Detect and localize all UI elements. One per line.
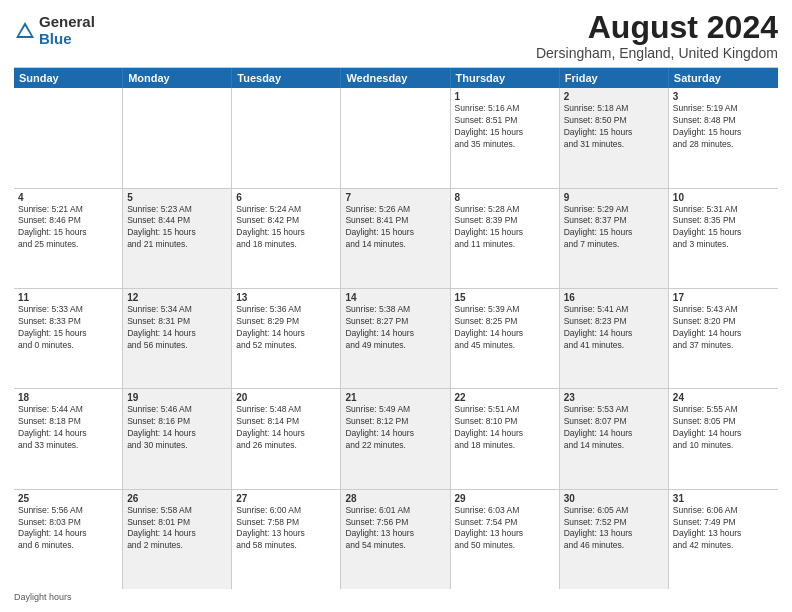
cal-row-2: 11Sunrise: 5:33 AMSunset: 8:33 PMDayligh… xyxy=(14,289,778,389)
cal-cell-text: and 28 minutes. xyxy=(673,139,774,151)
day-number: 26 xyxy=(127,493,227,504)
cal-cell-text: Daylight: 15 hours xyxy=(673,127,774,139)
cal-cell-12: 12Sunrise: 5:34 AMSunset: 8:31 PMDayligh… xyxy=(123,289,232,388)
logo-icon xyxy=(14,20,36,42)
cal-cell-text: Daylight: 14 hours xyxy=(455,328,555,340)
cal-cell-text: Sunset: 8:18 PM xyxy=(18,416,118,428)
cal-cell-text: and 0 minutes. xyxy=(18,340,118,352)
cal-cell-text: Sunset: 8:03 PM xyxy=(18,517,118,529)
cal-cell-text: Sunset: 8:23 PM xyxy=(564,316,664,328)
cal-cell-text: and 54 minutes. xyxy=(345,540,445,552)
cal-cell-text: Daylight: 14 hours xyxy=(127,428,227,440)
cal-cell-text: and 3 minutes. xyxy=(673,239,774,251)
cal-cell-text: Sunset: 8:39 PM xyxy=(455,215,555,227)
cal-cell-text: Daylight: 15 hours xyxy=(564,127,664,139)
day-number: 29 xyxy=(455,493,555,504)
cal-cell-text: and 11 minutes. xyxy=(455,239,555,251)
cal-cell-text: Sunrise: 5:44 AM xyxy=(18,404,118,416)
cal-cell-26: 26Sunrise: 5:58 AMSunset: 8:01 PMDayligh… xyxy=(123,490,232,589)
cal-cell-text: and 50 minutes. xyxy=(455,540,555,552)
day-number: 24 xyxy=(673,392,774,403)
cal-cell-text: Sunset: 8:14 PM xyxy=(236,416,336,428)
cal-cell-text: Sunset: 7:56 PM xyxy=(345,517,445,529)
cal-cell-text: Sunset: 8:35 PM xyxy=(673,215,774,227)
day-number: 31 xyxy=(673,493,774,504)
day-number: 22 xyxy=(455,392,555,403)
cal-cell-text: Sunrise: 5:36 AM xyxy=(236,304,336,316)
cal-cell-text: Daylight: 14 hours xyxy=(345,328,445,340)
cal-cell-text: Sunset: 8:50 PM xyxy=(564,115,664,127)
day-number: 30 xyxy=(564,493,664,504)
cal-cell-text: and 26 minutes. xyxy=(236,440,336,452)
cal-cell-9: 9Sunrise: 5:29 AMSunset: 8:37 PMDaylight… xyxy=(560,189,669,288)
cal-cell-6: 6Sunrise: 5:24 AMSunset: 8:42 PMDaylight… xyxy=(232,189,341,288)
day-number: 25 xyxy=(18,493,118,504)
cal-cell-text: Sunrise: 5:49 AM xyxy=(345,404,445,416)
daylight-label: Daylight hours xyxy=(14,592,72,602)
cal-cell-25: 25Sunrise: 5:56 AMSunset: 8:03 PMDayligh… xyxy=(14,490,123,589)
cal-cell-21: 21Sunrise: 5:49 AMSunset: 8:12 PMDayligh… xyxy=(341,389,450,488)
day-number: 8 xyxy=(455,192,555,203)
cal-cell-empty-0-1 xyxy=(123,88,232,187)
cal-cell-text: Sunset: 8:31 PM xyxy=(127,316,227,328)
cal-cell-text: Sunset: 8:16 PM xyxy=(127,416,227,428)
cal-cell-text: Daylight: 14 hours xyxy=(345,428,445,440)
cal-cell-empty-0-2 xyxy=(232,88,341,187)
day-number: 7 xyxy=(345,192,445,203)
cal-cell-text: Sunset: 8:41 PM xyxy=(345,215,445,227)
cal-cell-text: Daylight: 14 hours xyxy=(673,328,774,340)
cal-cell-4: 4Sunrise: 5:21 AMSunset: 8:46 PMDaylight… xyxy=(14,189,123,288)
cal-cell-text: Sunrise: 5:48 AM xyxy=(236,404,336,416)
cal-cell-text: Sunrise: 5:38 AM xyxy=(345,304,445,316)
cal-cell-text: Sunrise: 5:39 AM xyxy=(455,304,555,316)
cal-cell-text: and 18 minutes. xyxy=(236,239,336,251)
cal-cell-11: 11Sunrise: 5:33 AMSunset: 8:33 PMDayligh… xyxy=(14,289,123,388)
cal-header-tuesday: Tuesday xyxy=(232,68,341,88)
cal-cell-text: Sunrise: 5:56 AM xyxy=(18,505,118,517)
cal-cell-text: Sunrise: 5:24 AM xyxy=(236,204,336,216)
cal-cell-text: Sunset: 7:54 PM xyxy=(455,517,555,529)
cal-cell-text: and 14 minutes. xyxy=(345,239,445,251)
cal-cell-text: and 33 minutes. xyxy=(18,440,118,452)
day-number: 5 xyxy=(127,192,227,203)
cal-cell-text: Sunrise: 5:58 AM xyxy=(127,505,227,517)
cal-cell-text: Daylight: 13 hours xyxy=(564,528,664,540)
cal-cell-15: 15Sunrise: 5:39 AMSunset: 8:25 PMDayligh… xyxy=(451,289,560,388)
cal-cell-text: Sunrise: 5:51 AM xyxy=(455,404,555,416)
cal-cell-text: and 31 minutes. xyxy=(564,139,664,151)
cal-cell-text: Daylight: 13 hours xyxy=(236,528,336,540)
cal-cell-text: Daylight: 15 hours xyxy=(127,227,227,239)
cal-cell-text: and 18 minutes. xyxy=(455,440,555,452)
cal-cell-text: and 6 minutes. xyxy=(18,540,118,552)
cal-cell-text: and 37 minutes. xyxy=(673,340,774,352)
logo-general: General xyxy=(39,14,95,31)
cal-header-sunday: Sunday xyxy=(14,68,123,88)
cal-cell-text: Sunset: 8:01 PM xyxy=(127,517,227,529)
cal-header-wednesday: Wednesday xyxy=(341,68,450,88)
cal-cell-1: 1Sunrise: 5:16 AMSunset: 8:51 PMDaylight… xyxy=(451,88,560,187)
day-number: 27 xyxy=(236,493,336,504)
cal-cell-text: Sunset: 8:12 PM xyxy=(345,416,445,428)
day-number: 9 xyxy=(564,192,664,203)
cal-cell-text: Sunrise: 5:29 AM xyxy=(564,204,664,216)
cal-cell-text: Daylight: 14 hours xyxy=(127,528,227,540)
logo-text: General Blue xyxy=(39,14,95,47)
cal-cell-text: Daylight: 13 hours xyxy=(345,528,445,540)
cal-cell-text: Sunset: 7:52 PM xyxy=(564,517,664,529)
cal-cell-text: Sunset: 7:58 PM xyxy=(236,517,336,529)
cal-cell-text: and 10 minutes. xyxy=(673,440,774,452)
day-number: 3 xyxy=(673,91,774,102)
cal-cell-3: 3Sunrise: 5:19 AMSunset: 8:48 PMDaylight… xyxy=(669,88,778,187)
cal-cell-7: 7Sunrise: 5:26 AMSunset: 8:41 PMDaylight… xyxy=(341,189,450,288)
cal-cell-text: and 35 minutes. xyxy=(455,139,555,151)
cal-cell-text: Daylight: 14 hours xyxy=(564,328,664,340)
cal-cell-31: 31Sunrise: 6:06 AMSunset: 7:49 PMDayligh… xyxy=(669,490,778,589)
cal-cell-27: 27Sunrise: 6:00 AMSunset: 7:58 PMDayligh… xyxy=(232,490,341,589)
cal-cell-19: 19Sunrise: 5:46 AMSunset: 8:16 PMDayligh… xyxy=(123,389,232,488)
cal-cell-text: Sunrise: 5:34 AM xyxy=(127,304,227,316)
calendar-header-row: SundayMondayTuesdayWednesdayThursdayFrid… xyxy=(14,68,778,88)
day-number: 11 xyxy=(18,292,118,303)
cal-cell-text: Sunset: 8:07 PM xyxy=(564,416,664,428)
footer-note: Daylight hours xyxy=(14,592,778,602)
day-number: 1 xyxy=(455,91,555,102)
